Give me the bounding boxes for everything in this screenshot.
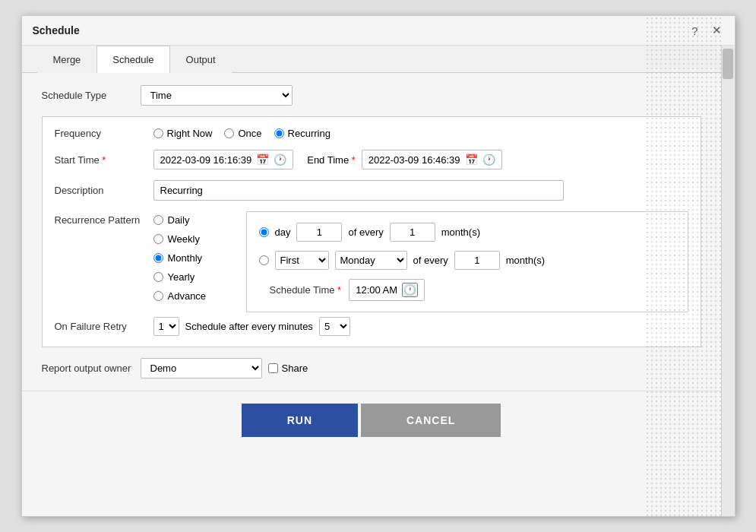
share-label[interactable]: Share [268, 363, 308, 374]
run-button[interactable]: RUN [242, 404, 358, 437]
description-control [153, 180, 688, 201]
frequency-options: Right Now Once Recurring [153, 128, 688, 139]
scrollbar-thumb[interactable] [723, 49, 733, 79]
end-clock-icon[interactable]: 🕐 [482, 154, 495, 166]
pattern-daily-radio[interactable] [153, 215, 163, 225]
main-content: Merge Schedule Output Schedule Type Time… [22, 46, 721, 516]
freq-once[interactable]: Once [224, 128, 261, 139]
minutes-select[interactable]: 5 10 15 30 60 [319, 317, 350, 336]
monthly-of-every-label-1: of every [348, 226, 383, 238]
pattern-advance-radio[interactable] [153, 291, 163, 301]
share-checkbox[interactable] [268, 363, 278, 373]
monthly-day-input[interactable] [296, 223, 342, 242]
pattern-monthly[interactable]: Monthly [153, 252, 237, 264]
start-time-field: 2022-03-09 16:16:39 📅 🕐 [153, 150, 294, 169]
monthly-weekday-radio[interactable] [259, 255, 269, 265]
pattern-daily[interactable]: Daily [153, 214, 237, 226]
start-calendar-icon[interactable]: 📅 [256, 154, 269, 166]
monthly-row-2: First Second Third Fourth Last Monday Tu… [259, 251, 675, 270]
pattern-weekly-radio[interactable] [153, 234, 163, 244]
tab-merge[interactable]: Merge [37, 46, 97, 73]
dialog-body: Merge Schedule Output Schedule Type Time… [22, 46, 735, 516]
schedule-dialog: Schedule ? ✕ Merge Schedule Output Sched… [21, 15, 735, 517]
day-of-week-select[interactable]: Monday Tuesday Wednesday Thursday Friday… [335, 251, 407, 270]
schedule-type-label: Schedule Type [42, 90, 141, 101]
owner-select[interactable]: Demo Admin [141, 358, 262, 378]
freq-once-label: Once [238, 128, 261, 139]
end-time-label: End Time * [307, 154, 356, 166]
schedule-time-clock-icon[interactable]: 🕐 [402, 283, 418, 297]
report-owner-label: Report output owner [42, 363, 141, 374]
freq-recurring[interactable]: Recurring [274, 128, 331, 139]
pattern-monthly-label: Monthly [168, 252, 203, 264]
freq-once-radio[interactable] [224, 128, 234, 138]
end-calendar-icon[interactable]: 📅 [465, 154, 478, 166]
report-owner-row: Report output owner Demo Admin Share [42, 358, 701, 378]
schedule-type-control: Time Event [141, 85, 701, 106]
start-time-value: 2022-03-09 16:16:39 [160, 154, 252, 166]
recurrence-layout: Daily Weekly Monthly [153, 211, 688, 312]
monthly-options-box: day of every month(s) [246, 211, 688, 312]
pattern-advance[interactable]: Advance [153, 290, 237, 302]
help-button[interactable]: ? [689, 24, 700, 37]
frequency-row: Frequency Right Now Once [55, 128, 688, 139]
freq-right-now-label: Right Now [167, 128, 213, 139]
start-clock-icon[interactable]: 🕐 [274, 154, 286, 166]
monthly-day-radio[interactable] [259, 227, 269, 237]
monthly-day-label: day [275, 226, 291, 238]
freq-recurring-label: Recurring [288, 128, 331, 139]
retry-select[interactable]: 1 2 3 4 5 [153, 317, 179, 336]
share-text: Share [282, 363, 308, 374]
schedule-after-label: Schedule after every minutes [185, 321, 313, 332]
description-label: Description [55, 185, 153, 196]
schedule-time-field: 12:00 AM 🕐 [349, 279, 425, 301]
monthly-of-every-label-2: of every [413, 255, 448, 266]
monthly-every-input-1[interactable] [390, 223, 435, 242]
failure-retry-row: On Failure Retry 1 2 3 4 5 Schedule afte… [55, 317, 688, 336]
recurrence-pattern-label: Recurrence Pattern [55, 211, 153, 226]
tab-output[interactable]: Output [170, 46, 232, 73]
pattern-sidebar: Daily Weekly Monthly [153, 211, 237, 302]
monthly-row-1: day of every month(s) [259, 223, 675, 242]
schedule-time-value: 12:00 AM [356, 284, 397, 296]
monthly-month-label-1: month(s) [441, 226, 480, 238]
dialog-controls: ? ✕ [689, 24, 723, 37]
pattern-weekly[interactable]: Weekly [153, 233, 237, 245]
schedule-type-row: Schedule Type Time Event [42, 85, 701, 106]
schedule-type-select[interactable]: Time Event [141, 85, 293, 106]
end-time-value: 2022-03-09 16:46:39 [369, 154, 460, 166]
freq-right-now[interactable]: Right Now [153, 128, 213, 139]
description-input[interactable] [153, 180, 564, 201]
freq-recurring-radio[interactable] [274, 128, 284, 138]
form-area: Schedule Type Time Event Frequency [22, 73, 721, 391]
pattern-yearly[interactable]: Yearly [153, 271, 237, 283]
scrollbar[interactable] [721, 46, 735, 516]
description-row: Description [55, 180, 688, 201]
footer-buttons: RUN CANCEL [22, 391, 721, 445]
first-select[interactable]: First Second Third Fourth Last [275, 251, 329, 270]
failure-retry-control: 1 2 3 4 5 Schedule after every minutes 5… [153, 317, 688, 336]
dialog-title: Schedule [33, 24, 80, 36]
pattern-yearly-label: Yearly [168, 271, 195, 283]
pattern-weekly-label: Weekly [168, 233, 200, 245]
pattern-advance-label: Advance [168, 290, 207, 302]
recurrence-pattern-row: Recurrence Pattern Daily Weekly [55, 211, 688, 312]
schedule-time-label: Schedule Time [270, 284, 342, 296]
pattern-monthly-radio[interactable] [153, 253, 163, 263]
tabs-row: Merge Schedule Output [22, 46, 721, 73]
time-row: Start Time 2022-03-09 16:16:39 📅 🕐 End T… [55, 150, 688, 169]
failure-retry-label: On Failure Retry [55, 321, 153, 332]
schedule-time-row: Schedule Time 12:00 AM 🕐 [259, 279, 675, 301]
monthly-every-input-2[interactable] [454, 251, 500, 270]
pattern-daily-label: Daily [168, 214, 190, 226]
cancel-button[interactable]: CANCEL [361, 404, 501, 437]
tab-schedule[interactable]: Schedule [96, 46, 169, 73]
frequency-label: Frequency [55, 128, 153, 139]
monthly-month-label-2: month(s) [506, 255, 545, 266]
close-button[interactable]: ✕ [710, 24, 724, 37]
end-time-field: 2022-03-09 16:46:39 📅 🕐 [362, 150, 502, 169]
freq-right-now-radio[interactable] [153, 128, 163, 138]
dialog-titlebar: Schedule ? ✕ [22, 16, 735, 46]
report-owner-control: Demo Admin Share [141, 358, 701, 378]
pattern-yearly-radio[interactable] [153, 272, 163, 282]
